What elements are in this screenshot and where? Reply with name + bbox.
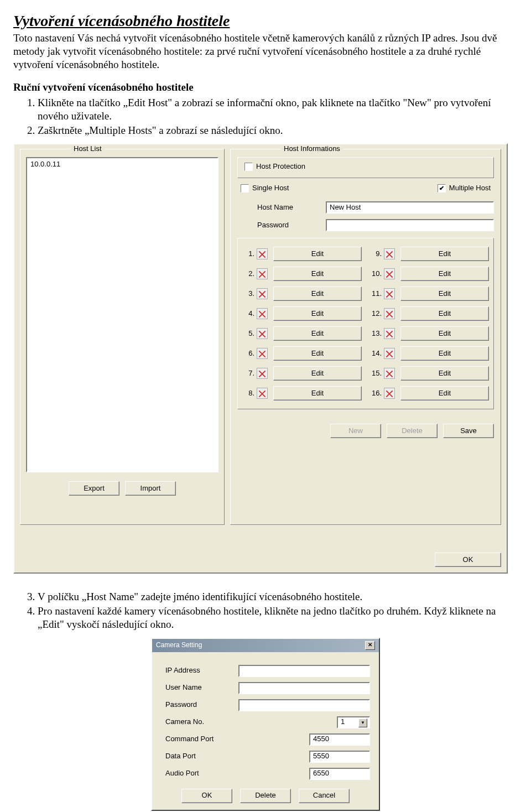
camera-disabled-icon (384, 308, 395, 319)
camera-disabled-icon (384, 248, 395, 259)
camera-edit-button[interactable]: Edit (273, 267, 362, 281)
camera-slot-row: 12.Edit (369, 304, 489, 324)
camera-disabled-icon (257, 348, 268, 359)
multiple-host-checkbox[interactable]: ✔ Multiple Host (438, 184, 491, 192)
camera-slot-number: 7. (242, 369, 257, 378)
step-4: Pro nastavení každé kamery vícenásobného… (38, 605, 518, 631)
camera-edit-button[interactable]: Edit (400, 346, 489, 361)
camera-disabled-icon (257, 388, 268, 399)
new-button[interactable]: New (330, 424, 381, 438)
camera-edit-button[interactable]: Edit (273, 386, 362, 400)
camera-edit-button[interactable]: Edit (400, 267, 489, 281)
host-protection-checkbox[interactable]: Host Protection (244, 162, 305, 171)
host-protection-label: Host Protection (256, 162, 305, 171)
camera-slot-number: 6. (242, 349, 257, 358)
camera-edit-button[interactable]: Edit (273, 247, 362, 261)
audio-port-input[interactable]: 6550 (309, 768, 370, 780)
camera-edit-grid: 1.Edit2.Edit3.Edit4.Edit5.Edit6.Edit7.Ed… (237, 238, 494, 409)
camera-edit-button[interactable]: Edit (273, 306, 362, 321)
user-name-input[interactable] (238, 682, 370, 694)
camera-slot-number: 8. (242, 389, 257, 398)
camera-disabled-icon (257, 268, 268, 279)
camera-edit-button[interactable]: Edit (273, 346, 362, 361)
checkbox-icon (244, 163, 253, 171)
host-protection-frame: Host Protection (237, 157, 494, 178)
checkbox-icon: ✔ (438, 184, 446, 192)
single-host-checkbox[interactable]: Single Host (241, 184, 289, 192)
host-list[interactable]: 10.0.0.11 (26, 157, 218, 472)
camera-slot-row: 11.Edit (369, 284, 489, 304)
host-list-title: Host List (70, 144, 105, 153)
single-host-label: Single Host (252, 184, 289, 192)
camera-slot-row: 3.Edit (242, 284, 362, 304)
camera-ok-button[interactable]: OK (181, 789, 232, 803)
camera-disabled-icon (384, 368, 395, 379)
camera-disabled-icon (384, 268, 395, 279)
camera-slot-row: 13.Edit (369, 324, 489, 343)
camera-slot-row: 16.Edit (369, 383, 489, 403)
camera-edit-button[interactable]: Edit (400, 306, 489, 321)
camera-edit-button[interactable]: Edit (400, 366, 489, 381)
camera-slot-row: 4.Edit (242, 304, 362, 324)
camera-no-select[interactable]: 1 (337, 716, 370, 728)
host-name-input[interactable]: New Host (326, 201, 494, 214)
user-name-label: User Name (161, 683, 238, 692)
camera-slot-row: 14.Edit (369, 343, 489, 363)
camera-slot-number: 9. (369, 249, 384, 258)
camera-edit-button[interactable]: Edit (273, 366, 362, 381)
camera-disabled-icon (384, 348, 395, 359)
camera-slot-row: 8.Edit (242, 383, 362, 403)
checkbox-icon (241, 184, 249, 192)
host-list-item[interactable]: 10.0.0.11 (30, 160, 214, 169)
camera-password-label: Password (161, 700, 238, 709)
save-button[interactable]: Save (443, 424, 494, 438)
camera-disabled-icon (257, 368, 268, 379)
camera-slot-row: 10.Edit (369, 264, 489, 284)
camera-password-input[interactable] (238, 699, 370, 711)
delete-button[interactable]: Delete (387, 424, 438, 438)
camera-slot-number: 2. (242, 269, 257, 278)
camera-slot-number: 14. (369, 349, 384, 358)
audio-port-label: Audio Port (161, 769, 238, 778)
camera-disabled-icon (257, 328, 268, 339)
ok-button[interactable]: OK (435, 553, 501, 567)
camera-disabled-icon (384, 288, 395, 299)
camera-slot-number: 3. (242, 289, 257, 298)
password-label: Password (237, 221, 326, 230)
camera-edit-button[interactable]: Edit (400, 326, 489, 341)
camera-slot-row: 6.Edit (242, 343, 362, 363)
step-1: Klikněte na tlačítko „Edit Host" a zobra… (38, 96, 518, 123)
export-button[interactable]: Export (69, 481, 119, 496)
ip-address-label: IP Address (161, 666, 238, 675)
command-port-input[interactable]: 4550 (309, 733, 370, 746)
camera-slot-number: 10. (369, 269, 384, 278)
password-input[interactable] (326, 219, 494, 231)
ip-address-input[interactable] (238, 665, 370, 677)
import-button[interactable]: Import (125, 481, 176, 496)
camera-edit-button[interactable]: Edit (400, 386, 489, 400)
edit-host-dialog: Host List 10.0.0.11 Export Import Host I… (13, 143, 508, 574)
host-info-title: Host Informations (280, 144, 343, 153)
camera-slot-number: 12. (369, 309, 384, 318)
camera-edit-button[interactable]: Edit (273, 326, 362, 341)
close-button[interactable]: ✕ (365, 641, 375, 650)
camera-cancel-button[interactable]: Cancel (299, 789, 350, 803)
camera-slot-row: 7.Edit (242, 363, 362, 383)
camera-disabled-icon (257, 288, 268, 299)
data-port-input[interactable]: 5550 (309, 751, 370, 763)
camera-edit-button[interactable]: Edit (400, 287, 489, 301)
page-title: Vytvoření vícenásobného hostitele (13, 11, 518, 30)
camera-slot-row: 5.Edit (242, 324, 362, 343)
host-name-label: Host Name (237, 203, 326, 212)
camera-slot-number: 5. (242, 329, 257, 338)
data-port-label: Data Port (161, 752, 238, 761)
camera-no-label: Camera No. (161, 717, 238, 726)
camera-dialog-title: Camera Setting (156, 641, 202, 649)
host-info-group: Host Informations Host Protection Single… (230, 149, 501, 525)
camera-edit-button[interactable]: Edit (273, 287, 362, 301)
camera-edit-button[interactable]: Edit (400, 247, 489, 261)
camera-delete-button[interactable]: Delete (240, 789, 291, 803)
command-port-label: Command Port (161, 735, 238, 743)
camera-slot-number: 15. (369, 369, 384, 378)
step-2: Zaškrtněte „Multiple Hosts" a zobrazí se… (38, 124, 518, 137)
